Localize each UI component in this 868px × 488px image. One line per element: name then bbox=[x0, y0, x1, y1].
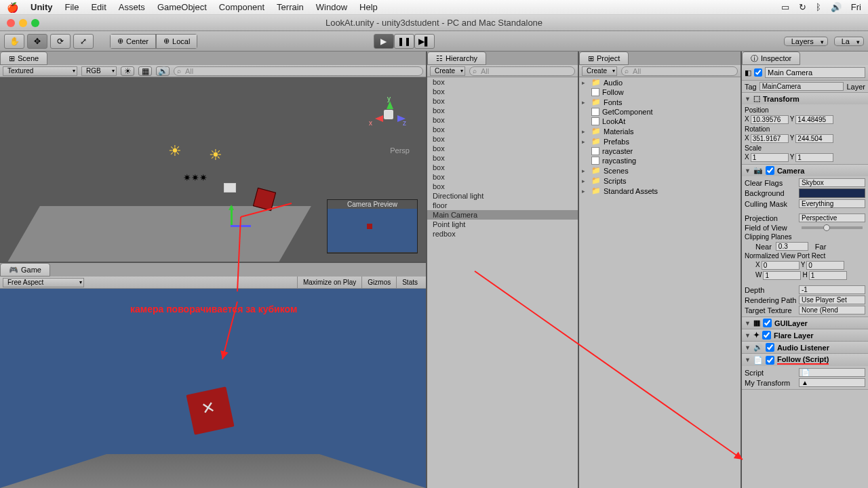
follow-header[interactable]: ▼📄 Follow (Script) bbox=[742, 354, 868, 366]
mytransform-field[interactable]: ▲ bbox=[799, 378, 865, 387]
hierarchy-item[interactable]: box bbox=[427, 77, 578, 87]
move-tool-button[interactable]: ✥ bbox=[27, 34, 47, 49]
project-item[interactable]: ▸Fonts bbox=[579, 97, 741, 107]
light-icon[interactable]: ☀ bbox=[168, 142, 182, 160]
tag-dropdown[interactable]: MainCamera bbox=[760, 82, 844, 91]
menu-edit[interactable]: Edit bbox=[91, 2, 106, 12]
scale-y-field[interactable] bbox=[795, 153, 833, 162]
hierarchy-list[interactable]: boxboxboxboxboxboxboxboxboxboxboxboxDire… bbox=[427, 77, 578, 488]
near-field[interactable] bbox=[776, 242, 808, 251]
layout-dropdown[interactable]: La bbox=[834, 37, 864, 46]
pause-button[interactable]: ❚❚ bbox=[394, 34, 414, 49]
scale-tool-button[interactable]: ⤢ bbox=[73, 34, 94, 49]
hierarchy-item[interactable]: box bbox=[427, 115, 578, 125]
project-item[interactable]: ▸Prefabs bbox=[579, 136, 741, 146]
project-item[interactable]: ▸Scripts bbox=[579, 176, 741, 186]
project-item[interactable]: Follow bbox=[579, 87, 741, 97]
hierarchy-item[interactable]: box bbox=[427, 125, 578, 134]
scene-search[interactable]: All bbox=[174, 66, 423, 76]
light-icon[interactable]: ☀ bbox=[209, 146, 222, 164]
project-item[interactable]: ▸Materials bbox=[579, 126, 741, 136]
rot-x-field[interactable] bbox=[751, 134, 789, 143]
hierarchy-item[interactable]: box bbox=[427, 96, 578, 106]
fov-slider[interactable] bbox=[802, 226, 863, 229]
flare-header[interactable]: ▼✦ Flare Layer bbox=[742, 329, 868, 341]
menu-file[interactable]: File bbox=[65, 2, 79, 12]
project-item[interactable]: ▸Audio bbox=[579, 77, 741, 87]
scene-view[interactable]: ☀ ☀ ✷✷✷ y x z Persp Camera Preview bbox=[0, 77, 426, 262]
minimize-icon[interactable] bbox=[19, 19, 27, 27]
project-create-dropdown[interactable]: Create bbox=[582, 66, 617, 76]
orientation-gizmo[interactable]: y x z bbox=[365, 91, 412, 138]
handle-button[interactable]: ⊕ Local bbox=[156, 34, 197, 49]
apple-icon[interactable]: 🍎 bbox=[7, 2, 18, 13]
project-search[interactable]: All bbox=[621, 66, 738, 76]
hierarchy-create-dropdown[interactable]: Create bbox=[430, 66, 465, 76]
vp-y-field[interactable] bbox=[806, 261, 844, 270]
hierarchy-tab[interactable]: ☷ Hierarchy bbox=[427, 52, 486, 65]
stats-button[interactable]: Stats bbox=[396, 277, 423, 288]
project-list[interactable]: ▸AudioFollow▸FontsGetComponentLookAt▸Mat… bbox=[579, 77, 741, 488]
rotate-tool-button[interactable]: ⟳ bbox=[50, 34, 71, 49]
menu-window[interactable]: Window bbox=[316, 2, 347, 12]
hierarchy-item[interactable]: box bbox=[427, 87, 578, 96]
project-item[interactable]: LookAt bbox=[579, 117, 741, 126]
aspect-dropdown[interactable]: Free Aspect bbox=[3, 278, 84, 287]
play-button[interactable]: ▶ bbox=[374, 34, 394, 49]
hierarchy-item[interactable]: Directional light bbox=[427, 191, 578, 201]
menu-app[interactable]: Unity bbox=[31, 2, 53, 12]
camera-header[interactable]: ▼📷 Camera bbox=[742, 165, 868, 176]
audio-header[interactable]: ▼🔊 Audio Listener bbox=[742, 342, 868, 353]
background-color[interactable] bbox=[799, 188, 865, 198]
hierarchy-item[interactable]: box bbox=[427, 163, 578, 172]
lighting-toggle[interactable]: ☀ bbox=[121, 66, 134, 76]
bluetooth-icon[interactable]: ᛒ bbox=[816, 2, 821, 12]
maximize-button[interactable]: Maximize on Play bbox=[297, 277, 361, 288]
project-item[interactable]: raycasting bbox=[579, 156, 741, 165]
fx-toggle[interactable]: ▦ bbox=[138, 66, 152, 76]
audio-toggle[interactable]: 🔊 bbox=[156, 66, 170, 76]
renderpath-dropdown[interactable]: Use Player Set bbox=[799, 296, 865, 304]
zoom-icon[interactable] bbox=[31, 19, 39, 27]
volume-icon[interactable]: 🔊 bbox=[831, 2, 842, 12]
script-field[interactable]: 📄 bbox=[799, 368, 865, 377]
vp-w-field[interactable] bbox=[763, 271, 801, 280]
step-button[interactable]: ▶▌ bbox=[414, 34, 435, 49]
shading-dropdown[interactable]: Textured bbox=[3, 66, 77, 76]
hierarchy-item[interactable]: redbox bbox=[427, 229, 578, 239]
hierarchy-item[interactable]: box bbox=[427, 106, 578, 115]
guilayer-header[interactable]: ▼▦ GUILayer bbox=[742, 317, 868, 329]
rot-y-field[interactable] bbox=[795, 134, 833, 143]
hierarchy-search[interactable]: All bbox=[469, 66, 575, 76]
pos-y-field[interactable] bbox=[795, 115, 833, 124]
menu-help[interactable]: Help bbox=[359, 2, 378, 12]
menu-component[interactable]: Component bbox=[219, 2, 264, 12]
menu-gameobject[interactable]: GameObject bbox=[157, 2, 207, 12]
timemachine-icon[interactable]: ↻ bbox=[799, 2, 806, 12]
hierarchy-item[interactable]: box bbox=[427, 172, 578, 182]
game-view[interactable]: камера поворачивается за кубиком bbox=[0, 289, 426, 488]
rendermode-dropdown[interactable]: RGB bbox=[81, 66, 117, 76]
menu-terrain[interactable]: Terrain bbox=[277, 2, 304, 12]
object-name-field[interactable] bbox=[765, 67, 865, 78]
clock[interactable]: Fri bbox=[851, 2, 861, 12]
project-item[interactable]: ▸Standard Assets bbox=[579, 186, 741, 196]
hand-tool-button[interactable]: ✋ bbox=[4, 34, 24, 49]
scale-x-field[interactable] bbox=[751, 153, 789, 162]
pivot-button[interactable]: ⊕ Center bbox=[110, 34, 156, 49]
gizmo-y-axis[interactable] bbox=[231, 206, 233, 226]
target-field[interactable]: None (Rend bbox=[799, 306, 865, 314]
gizmo-x-axis[interactable] bbox=[231, 225, 251, 227]
gizmos-button[interactable]: Gizmos bbox=[361, 277, 396, 288]
culling-dropdown[interactable]: Everything bbox=[799, 199, 865, 208]
pos-x-field[interactable] bbox=[751, 115, 789, 124]
hierarchy-item[interactable]: Main Camera bbox=[427, 210, 578, 220]
clearflags-dropdown[interactable]: Skybox bbox=[799, 178, 865, 187]
depth-field[interactable] bbox=[799, 285, 865, 294]
active-checkbox[interactable] bbox=[754, 68, 762, 77]
scene-tab[interactable]: ⊞ Scene bbox=[0, 52, 47, 65]
vp-x-field[interactable] bbox=[762, 261, 800, 270]
projection-dropdown[interactable]: Perspective bbox=[799, 214, 865, 222]
project-item[interactable]: raycaster bbox=[579, 146, 741, 156]
close-icon[interactable] bbox=[7, 19, 15, 27]
